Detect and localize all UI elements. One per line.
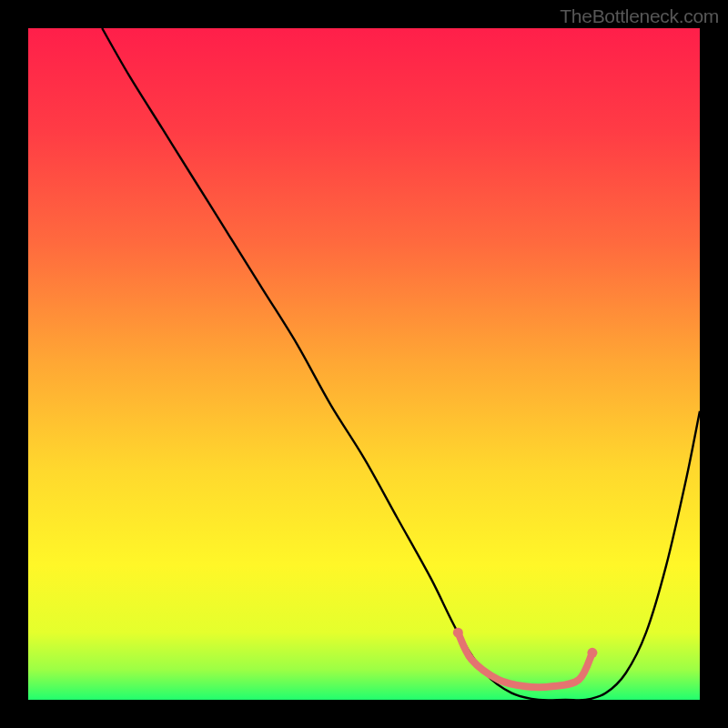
highlight-endcap-left — [453, 628, 463, 638]
gradient-background — [28, 28, 700, 700]
highlight-endcap-right — [587, 648, 597, 658]
bottleneck-chart — [0, 0, 728, 728]
watermark-text: TheBottleneck.com — [560, 5, 719, 27]
